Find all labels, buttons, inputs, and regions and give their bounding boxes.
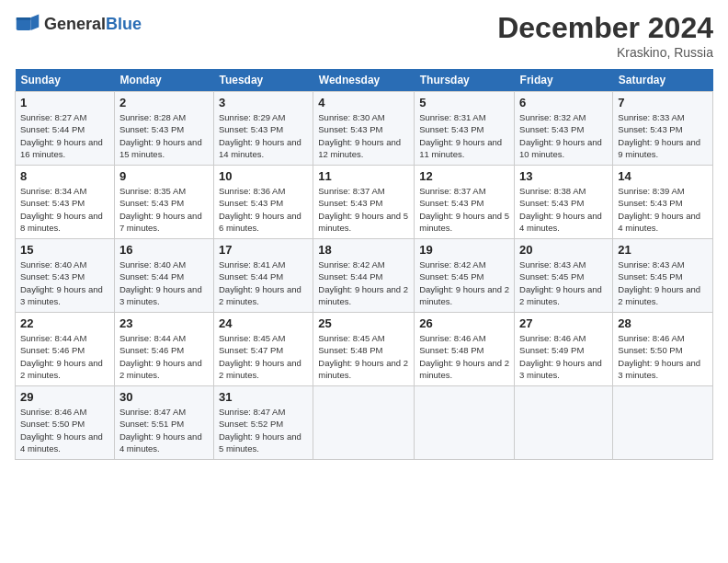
calendar-cell: 18 Sunrise: 8:42 AM Sunset: 5:44 PM Dayl… <box>313 239 415 313</box>
day-number: 25 <box>318 316 409 330</box>
logo: GeneralBlue <box>15 11 142 37</box>
day-info: Sunrise: 8:45 AM Sunset: 5:48 PM Dayligh… <box>318 332 409 381</box>
day-number: 7 <box>618 96 708 109</box>
day-info: Sunrise: 8:43 AM Sunset: 5:45 PM Dayligh… <box>618 259 708 307</box>
day-info: Sunrise: 8:46 AM Sunset: 5:50 PM Dayligh… <box>618 332 708 381</box>
location-title: Kraskino, Russia <box>497 45 713 60</box>
calendar-cell: 1 Sunrise: 8:27 AM Sunset: 5:44 PM Dayli… <box>16 92 115 166</box>
calendar-cell: 9 Sunrise: 8:35 AM Sunset: 5:43 PM Dayli… <box>114 166 213 239</box>
col-tuesday: Tuesday <box>213 69 313 92</box>
day-info: Sunrise: 8:41 AM Sunset: 5:44 PM Dayligh… <box>219 259 308 307</box>
day-number: 20 <box>519 243 608 257</box>
col-saturday: Saturday <box>613 69 713 92</box>
day-info: Sunrise: 8:47 AM Sunset: 5:52 PM Dayligh… <box>219 406 308 454</box>
day-info: Sunrise: 8:37 AM Sunset: 5:43 PM Dayligh… <box>419 185 509 234</box>
col-friday: Friday <box>515 69 613 92</box>
day-info: Sunrise: 8:42 AM Sunset: 5:44 PM Dayligh… <box>318 259 409 307</box>
day-info: Sunrise: 8:40 AM Sunset: 5:43 PM Dayligh… <box>20 259 109 307</box>
day-number: 11 <box>318 169 409 183</box>
calendar-cell: 12 Sunrise: 8:37 AM Sunset: 5:43 PM Dayl… <box>415 166 515 239</box>
calendar-cell: 30 Sunrise: 8:47 AM Sunset: 5:51 PM Dayl… <box>114 386 213 460</box>
calendar-cell: 10 Sunrise: 8:36 AM Sunset: 5:43 PM Dayl… <box>213 166 313 239</box>
day-info: Sunrise: 8:43 AM Sunset: 5:45 PM Dayligh… <box>519 259 608 307</box>
calendar-cell: 27 Sunrise: 8:46 AM Sunset: 5:49 PM Dayl… <box>515 313 613 386</box>
day-number: 3 <box>219 96 308 109</box>
logo-general: General <box>44 15 106 33</box>
day-number: 26 <box>419 316 509 330</box>
col-sunday: Sunday <box>16 69 115 92</box>
calendar-cell: 22 Sunrise: 8:44 AM Sunset: 5:46 PM Dayl… <box>16 313 115 386</box>
calendar-cell: 5 Sunrise: 8:31 AM Sunset: 5:43 PM Dayli… <box>415 92 515 166</box>
day-number: 31 <box>219 390 308 404</box>
day-info: Sunrise: 8:46 AM Sunset: 5:49 PM Dayligh… <box>519 332 608 381</box>
calendar-cell: 11 Sunrise: 8:37 AM Sunset: 5:43 PM Dayl… <box>313 166 415 239</box>
day-number: 29 <box>20 390 109 404</box>
col-wednesday: Wednesday <box>313 69 415 92</box>
calendar-cell: 29 Sunrise: 8:46 AM Sunset: 5:50 PM Dayl… <box>16 386 115 460</box>
calendar-cell: 24 Sunrise: 8:45 AM Sunset: 5:47 PM Dayl… <box>213 313 313 386</box>
day-number: 15 <box>20 243 109 257</box>
day-info: Sunrise: 8:44 AM Sunset: 5:46 PM Dayligh… <box>119 332 209 381</box>
calendar-cell: 14 Sunrise: 8:39 AM Sunset: 5:43 PM Dayl… <box>613 166 713 239</box>
day-info: Sunrise: 8:35 AM Sunset: 5:43 PM Dayligh… <box>119 185 209 234</box>
title-section: December 2024 Kraskino, Russia <box>497 11 713 60</box>
day-number: 9 <box>119 169 209 183</box>
calendar-week-2: 15 Sunrise: 8:40 AM Sunset: 5:43 PM Dayl… <box>16 239 713 313</box>
day-info: Sunrise: 8:29 AM Sunset: 5:43 PM Dayligh… <box>219 111 308 160</box>
calendar-cell: 3 Sunrise: 8:29 AM Sunset: 5:43 PM Dayli… <box>213 92 313 166</box>
day-number: 8 <box>20 169 109 183</box>
day-number: 22 <box>20 316 109 330</box>
calendar-cell <box>313 386 415 460</box>
logo-blue: Blue <box>106 15 142 33</box>
day-info: Sunrise: 8:32 AM Sunset: 5:43 PM Dayligh… <box>519 111 608 160</box>
day-info: Sunrise: 8:46 AM Sunset: 5:48 PM Dayligh… <box>419 332 509 381</box>
day-number: 23 <box>119 316 209 330</box>
calendar-cell: 16 Sunrise: 8:40 AM Sunset: 5:44 PM Dayl… <box>114 239 213 313</box>
day-info: Sunrise: 8:44 AM Sunset: 5:46 PM Dayligh… <box>20 332 109 381</box>
col-monday: Monday <box>114 69 213 92</box>
calendar-cell <box>415 386 515 460</box>
calendar-cell: 19 Sunrise: 8:42 AM Sunset: 5:45 PM Dayl… <box>415 239 515 313</box>
day-info: Sunrise: 8:36 AM Sunset: 5:43 PM Dayligh… <box>219 185 308 234</box>
calendar-body: 1 Sunrise: 8:27 AM Sunset: 5:44 PM Dayli… <box>16 92 713 460</box>
day-info: Sunrise: 8:45 AM Sunset: 5:47 PM Dayligh… <box>219 332 308 381</box>
day-info: Sunrise: 8:30 AM Sunset: 5:43 PM Dayligh… <box>318 111 409 160</box>
calendar-cell <box>515 386 613 460</box>
page-container: GeneralBlue December 2024 Kraskino, Russ… <box>0 0 728 467</box>
calendar-cell: 20 Sunrise: 8:43 AM Sunset: 5:45 PM Dayl… <box>515 239 613 313</box>
day-info: Sunrise: 8:46 AM Sunset: 5:50 PM Dayligh… <box>20 406 109 454</box>
day-info: Sunrise: 8:37 AM Sunset: 5:43 PM Dayligh… <box>318 185 409 234</box>
day-number: 24 <box>219 316 308 330</box>
day-number: 16 <box>119 243 209 257</box>
logo-icon <box>15 11 40 37</box>
day-info: Sunrise: 8:38 AM Sunset: 5:43 PM Dayligh… <box>519 185 608 234</box>
calendar-week-3: 22 Sunrise: 8:44 AM Sunset: 5:46 PM Dayl… <box>16 313 713 386</box>
day-info: Sunrise: 8:31 AM Sunset: 5:43 PM Dayligh… <box>419 111 509 160</box>
weekday-header-row: Sunday Monday Tuesday Wednesday Thursday… <box>16 69 713 92</box>
day-info: Sunrise: 8:42 AM Sunset: 5:45 PM Dayligh… <box>419 259 509 307</box>
day-number: 30 <box>119 390 209 404</box>
calendar-cell: 4 Sunrise: 8:30 AM Sunset: 5:43 PM Dayli… <box>313 92 415 166</box>
calendar-cell: 31 Sunrise: 8:47 AM Sunset: 5:52 PM Dayl… <box>213 386 313 460</box>
calendar-cell: 25 Sunrise: 8:45 AM Sunset: 5:48 PM Dayl… <box>313 313 415 386</box>
calendar-cell: 6 Sunrise: 8:32 AM Sunset: 5:43 PM Dayli… <box>515 92 613 166</box>
calendar-cell: 15 Sunrise: 8:40 AM Sunset: 5:43 PM Dayl… <box>16 239 115 313</box>
month-title: December 2024 <box>497 11 713 45</box>
calendar-cell: 26 Sunrise: 8:46 AM Sunset: 5:48 PM Dayl… <box>415 313 515 386</box>
header: GeneralBlue December 2024 Kraskino, Russ… <box>15 11 713 60</box>
day-number: 1 <box>20 96 109 109</box>
calendar-table: Sunday Monday Tuesday Wednesday Thursday… <box>15 69 713 460</box>
calendar-cell <box>613 386 713 460</box>
day-number: 5 <box>419 96 509 109</box>
day-info: Sunrise: 8:27 AM Sunset: 5:44 PM Dayligh… <box>20 111 109 160</box>
day-number: 19 <box>419 243 509 257</box>
day-info: Sunrise: 8:47 AM Sunset: 5:51 PM Dayligh… <box>119 406 209 454</box>
day-info: Sunrise: 8:39 AM Sunset: 5:43 PM Dayligh… <box>618 185 708 234</box>
calendar-cell: 8 Sunrise: 8:34 AM Sunset: 5:43 PM Dayli… <box>16 166 115 239</box>
calendar-cell: 13 Sunrise: 8:38 AM Sunset: 5:43 PM Dayl… <box>515 166 613 239</box>
svg-marker-1 <box>31 15 40 31</box>
day-number: 14 <box>618 169 708 183</box>
day-number: 2 <box>119 96 209 109</box>
day-number: 6 <box>519 96 608 109</box>
day-info: Sunrise: 8:33 AM Sunset: 5:43 PM Dayligh… <box>618 111 708 160</box>
